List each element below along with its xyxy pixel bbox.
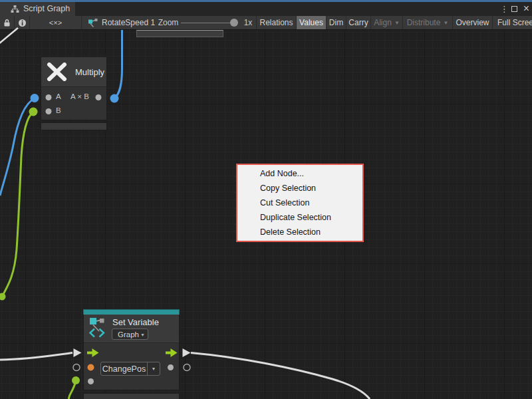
- node-set-variable-footer: [83, 393, 180, 399]
- window-controls: ⋮ ×: [500, 2, 529, 16]
- port-label-result: A × B: [70, 92, 89, 100]
- context-menu: Add Node... Copy Selection Cut Selection…: [236, 164, 364, 242]
- variable-dropdown-arrow-glyph: ▼: [152, 366, 156, 371]
- menu-item-add-node[interactable]: Add Node...: [237, 166, 362, 181]
- toolbar-button-distribute[interactable]: Distribute ▼: [403, 16, 453, 29]
- unity-script-graph-window: Script Graph ⋮ × <×>: [0, 0, 532, 399]
- zoom-value: 1x: [241, 16, 255, 29]
- tab-script-graph[interactable]: Script Graph: [0, 2, 75, 17]
- variable-kind-value: Graph: [112, 331, 139, 338]
- maximize-icon[interactable]: [511, 6, 517, 12]
- zoom-slider[interactable]: [177, 16, 238, 29]
- lock-icon: [3, 19, 11, 27]
- distribute-label: Distribute: [407, 18, 441, 27]
- graph-name: RotateSpeed 1: [102, 18, 155, 27]
- zoom-label: Zoom: [158, 16, 178, 29]
- window-menu-icon[interactable]: ⋮: [500, 4, 505, 14]
- toolbar-button-align[interactable]: Align ▼: [371, 16, 403, 29]
- node-multiply-footer: [41, 122, 107, 130]
- close-icon[interactable]: ×: [523, 5, 529, 12]
- kind-dropdown-arrow-icon: ▼: [140, 332, 145, 337]
- tab-bar: Script Graph ⋮ ×: [0, 2, 532, 17]
- multiply-icon: [47, 63, 67, 81]
- menu-item-duplicate-selection[interactable]: Duplicate Selection: [237, 210, 362, 225]
- toolbar-button-values[interactable]: Values: [297, 16, 327, 29]
- menu-item-delete-selection[interactable]: Delete Selection: [237, 225, 362, 239]
- lock-button[interactable]: [0, 16, 15, 29]
- zoom-slider-thumb[interactable]: [230, 19, 238, 27]
- graph-breadcrumb[interactable]: RotateSpeed 1: [82, 16, 158, 29]
- toolbar-button-carry[interactable]: Carry: [346, 16, 371, 29]
- node-set-variable-header[interactable]: Set Variable Graph ▼: [84, 315, 179, 343]
- menu-item-copy-selection[interactable]: Copy Selection: [237, 181, 362, 196]
- node-set-variable-color-strip: [83, 309, 180, 315]
- align-label: Align: [374, 18, 392, 27]
- variable-name-dropdown[interactable]: ChangePos ▼: [100, 362, 160, 376]
- align-dropdown-icon: ▼: [394, 20, 400, 26]
- node-multiply-title: Multiply: [75, 67, 104, 77]
- menu-item-cut-selection[interactable]: Cut Selection: [237, 196, 362, 210]
- tab-title: Script Graph: [23, 4, 70, 13]
- toolbar-button-fullscreen[interactable]: Full Screen: [493, 16, 532, 29]
- code-view-icon: <×>: [49, 19, 62, 27]
- offscreen-node-stub: [136, 30, 223, 37]
- port-label-b: B: [56, 106, 61, 114]
- graph-toolbar: <×> RotateSpeed 1 Zoom 1x Relations Valu…: [0, 16, 532, 30]
- variable-dropdown-arrow-icon: ▼: [147, 362, 160, 375]
- toolbar-button-dim[interactable]: Dim: [327, 16, 346, 29]
- script-graph-icon: [11, 5, 19, 13]
- variable-name-value: ChangePos: [101, 364, 147, 374]
- graph-node-icon: [88, 18, 98, 28]
- variable-kind-dropdown[interactable]: Graph ▼: [112, 329, 148, 340]
- code-view-button[interactable]: <×>: [30, 16, 82, 29]
- node-multiply-body: A A × B B: [41, 87, 106, 120]
- info-icon: [18, 19, 27, 27]
- node-multiply[interactable]: Multiply A A × B B: [41, 57, 107, 120]
- toolbar-button-overview[interactable]: Overview: [453, 16, 493, 29]
- node-set-variable-title: Set Variable: [112, 317, 159, 327]
- port-label-a: A: [56, 92, 61, 100]
- inspect-button[interactable]: [15, 16, 30, 29]
- set-variable-icon: [89, 317, 106, 338]
- node-set-variable-body: ChangePos ▼: [84, 343, 179, 390]
- toolbar-button-relations[interactable]: Relations: [256, 16, 297, 29]
- distribute-dropdown-icon: ▼: [443, 20, 448, 26]
- node-multiply-header[interactable]: Multiply: [41, 57, 106, 87]
- node-set-variable[interactable]: Set Variable Graph ▼ ChangePos ▼: [83, 309, 180, 390]
